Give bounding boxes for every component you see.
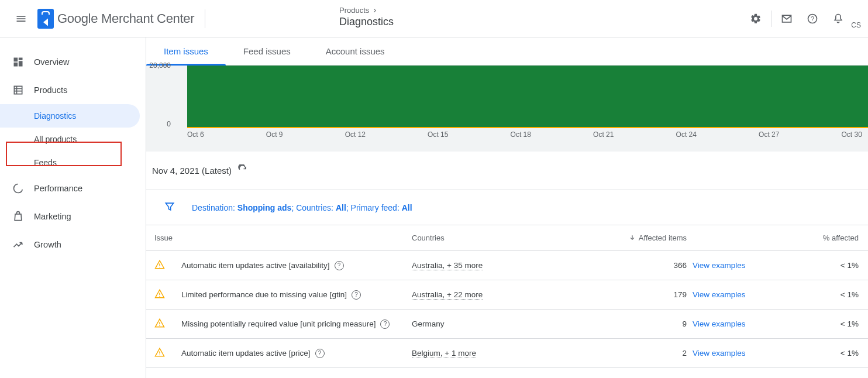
pct-affected: < 1%: [792, 319, 862, 328]
issues-table: Issue Countries Affected items % affecte…: [146, 225, 868, 368]
col-countries[interactable]: Countries: [412, 233, 576, 242]
affected-count: 366: [576, 261, 693, 270]
x-tick-label: Oct 15: [428, 130, 448, 139]
sidebar: Overview Products Diagnostics All produc…: [0, 37, 146, 378]
sidebar-item-feeds[interactable]: Feeds: [0, 151, 140, 174]
account-indicator: CS: [851, 21, 861, 32]
sidebar-item-label: Products: [34, 85, 67, 95]
col-pct[interactable]: % affected: [792, 233, 862, 242]
issue-name: Limited performance due to missing value…: [181, 290, 412, 300]
divider: [205, 9, 205, 28]
sidebar-item-label: All products: [34, 135, 77, 144]
gear-icon: [750, 13, 762, 25]
issue-countries[interactable]: Australia, + 22 more: [412, 290, 576, 299]
mail-icon: [781, 13, 793, 25]
x-tick-label: Oct 9: [266, 130, 283, 139]
pct-affected: < 1%: [792, 349, 862, 358]
issue-countries[interactable]: Australia, + 35 more: [412, 261, 576, 270]
x-axis: Oct 6 Oct 9 Oct 12 Oct 15 Oct 18 Oct 21 …: [187, 130, 868, 139]
svg-point-7: [159, 325, 160, 327]
list-icon: [12, 84, 25, 96]
help-icon[interactable]: ?: [352, 290, 361, 300]
warning-icon: [154, 288, 181, 301]
view-examples-link[interactable]: View examples: [693, 319, 792, 328]
help-icon[interactable]: ?: [380, 319, 390, 329]
sidebar-item-all-products[interactable]: All products: [0, 128, 140, 151]
app-logo[interactable]: Google Merchant Center: [37, 9, 194, 29]
sidebar-item-overview[interactable]: Overview: [0, 48, 146, 76]
breadcrumb: Products Diagnostics: [339, 6, 394, 28]
filter-button[interactable]: [164, 201, 175, 214]
notifications-button[interactable]: [825, 6, 851, 32]
issue-countries[interactable]: Belgium, + 1 more: [412, 349, 576, 358]
view-examples-link[interactable]: View examples: [693, 290, 792, 299]
date-label[interactable]: Nov 4, 2021 (Latest): [152, 166, 232, 176]
refresh-button[interactable]: [237, 164, 248, 177]
tab-feed-issues[interactable]: Feed issues: [243, 37, 291, 65]
divider: [771, 11, 771, 27]
top-bar: Google Merchant Center Products Diagnost…: [0, 0, 868, 37]
performance-icon: [12, 183, 25, 194]
sidebar-item-performance[interactable]: Performance: [0, 174, 146, 202]
x-tick-label: Oct 27: [759, 130, 779, 139]
chevron-right-icon: [371, 7, 378, 14]
sidebar-item-label: Diagnostics: [34, 111, 76, 121]
filter-icon: [164, 201, 175, 212]
affected-count: 2: [576, 349, 693, 358]
svg-point-9: [159, 355, 160, 356]
chart-fill: [187, 66, 868, 128]
x-tick-label: Oct 12: [345, 130, 366, 139]
sidebar-item-label: Feeds: [34, 158, 57, 167]
hamburger-menu-button[interactable]: [7, 5, 35, 33]
issue-name: Automatic item updates active [price]?: [181, 349, 412, 358]
y-tick-label: 0: [167, 120, 171, 128]
main-content: Item issues Feed issues Account issues 2…: [146, 37, 868, 378]
table-row: Limited performance due to missing value…: [146, 280, 868, 310]
sidebar-item-label: Marketing: [34, 212, 71, 221]
view-examples-link[interactable]: View examples: [693, 261, 792, 270]
svg-point-5: [159, 296, 160, 297]
merchant-center-icon: [37, 9, 54, 29]
filter-summary[interactable]: Destination: Shopping ads; Countries: Al…: [192, 203, 412, 212]
view-examples-link[interactable]: View examples: [693, 349, 792, 358]
table-row: Automatic item updates active [price]?Be…: [146, 339, 868, 368]
sidebar-item-growth[interactable]: Growth: [0, 231, 146, 259]
table-row: Automatic item updates active [availabil…: [146, 251, 868, 280]
issue-name: Missing potentially required value [unit…: [181, 319, 412, 329]
pct-affected: < 1%: [792, 290, 862, 299]
sidebar-item-marketing[interactable]: Marketing: [0, 202, 146, 231]
x-tick-label: Oct 21: [593, 130, 614, 139]
sidebar-item-label: Growth: [34, 240, 61, 249]
x-tick-label: Oct 18: [511, 130, 531, 139]
breadcrumb-parent[interactable]: Products: [339, 6, 394, 15]
tab-item-issues[interactable]: Item issues: [164, 37, 208, 65]
col-affected[interactable]: Affected items: [576, 233, 693, 242]
issue-name: Automatic item updates active [availabil…: [181, 261, 412, 270]
menu-icon: [15, 13, 27, 25]
bag-icon: [12, 211, 25, 222]
mail-button[interactable]: [774, 6, 800, 32]
tab-account-issues[interactable]: Account issues: [326, 37, 385, 65]
chart-area: 20,000 0 Oct 6 Oct 9 Oct 12 Oct 15 Oct 1…: [146, 66, 868, 152]
x-tick-label: Oct 30: [842, 130, 862, 139]
help-button[interactable]: ?: [800, 6, 825, 32]
filter-row: Destination: Shopping ads; Countries: Al…: [146, 190, 868, 225]
sidebar-item-diagnostics[interactable]: Diagnostics: [0, 104, 140, 128]
tabs: Item issues Feed issues Account issues: [146, 37, 868, 66]
help-icon[interactable]: ?: [335, 261, 344, 270]
x-tick-label: Oct 24: [676, 130, 697, 139]
refresh-icon: [237, 164, 248, 175]
svg-text:?: ?: [811, 15, 814, 22]
pct-affected: < 1%: [792, 261, 862, 270]
sidebar-item-products[interactable]: Products: [0, 76, 146, 104]
affected-count: 9: [576, 319, 693, 328]
trending-up-icon: [12, 239, 25, 250]
page-title: Diagnostics: [339, 16, 394, 28]
x-tick-label: Oct 6: [187, 130, 204, 139]
help-icon[interactable]: ?: [315, 349, 325, 358]
table-header: Issue Countries Affected items % affecte…: [146, 225, 868, 251]
dashboard-icon: [12, 56, 25, 68]
sidebar-item-label: Performance: [34, 184, 82, 193]
col-issue[interactable]: Issue: [154, 233, 412, 242]
settings-button[interactable]: [743, 6, 769, 32]
